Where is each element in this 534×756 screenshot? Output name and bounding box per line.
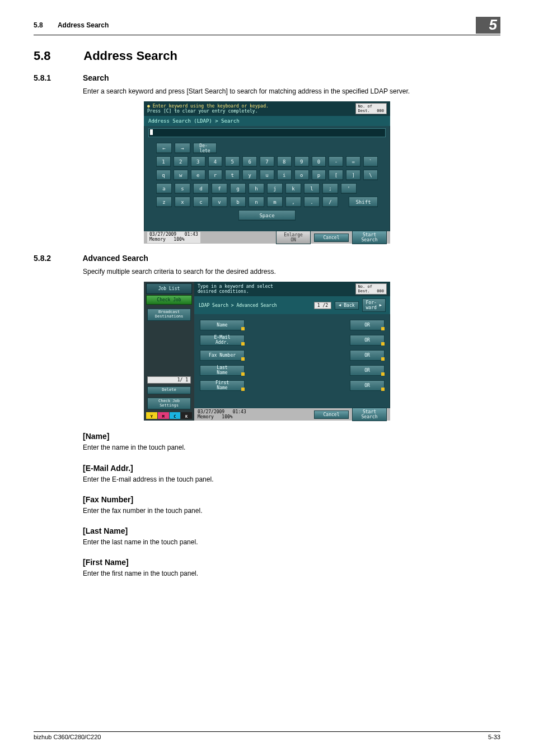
key-rbracket[interactable]: ] bbox=[346, 170, 360, 180]
key-7[interactable]: 7 bbox=[260, 156, 274, 167]
back-button[interactable]: Back bbox=[335, 301, 358, 310]
key-apostrophe[interactable]: ' bbox=[341, 183, 357, 194]
key-6[interactable]: 6 bbox=[242, 156, 257, 167]
key-q[interactable]: q bbox=[156, 170, 171, 180]
header-section-name: Address Search bbox=[58, 21, 109, 29]
shift-key[interactable]: Shift bbox=[349, 197, 378, 207]
delete-key[interactable]: De- lete bbox=[193, 143, 217, 153]
name-heading: [Name] bbox=[83, 432, 500, 441]
subsection-number: 5.8.2 bbox=[34, 254, 81, 263]
key-e[interactable]: e bbox=[191, 170, 205, 180]
forward-button[interactable]: For- ward bbox=[362, 298, 386, 312]
fax-condition-button[interactable]: OR bbox=[350, 350, 385, 361]
name-condition-button[interactable]: OR bbox=[350, 320, 385, 330]
firstname-condition-button[interactable]: OR bbox=[350, 380, 385, 391]
key-i[interactable]: i bbox=[277, 170, 292, 180]
key-8[interactable]: 8 bbox=[277, 156, 292, 167]
key-backtick[interactable]: ` bbox=[363, 156, 378, 167]
key-a[interactable]: a bbox=[156, 183, 172, 194]
key-d[interactable]: d bbox=[193, 183, 209, 194]
subsection-5-8-1-body: Enter a search keyword and press [Start … bbox=[83, 87, 500, 96]
key-2[interactable]: 2 bbox=[174, 156, 188, 167]
key-equals[interactable]: = bbox=[346, 156, 360, 167]
key-f[interactable]: f bbox=[212, 183, 227, 194]
key-semicolon[interactable]: ; bbox=[322, 183, 338, 194]
key-n[interactable]: n bbox=[249, 197, 264, 207]
key-j[interactable]: j bbox=[267, 183, 283, 194]
email-body: Enter the E-mail address in the touch pa… bbox=[83, 475, 500, 484]
firstname-field-button[interactable]: First Name bbox=[200, 380, 245, 391]
start-search-button[interactable]: Start Search bbox=[352, 231, 387, 244]
key-1[interactable]: 1 bbox=[156, 156, 171, 167]
name-field-button[interactable]: Name bbox=[200, 320, 245, 330]
firstname-heading: [First Name] bbox=[83, 558, 500, 567]
key-v[interactable]: v bbox=[212, 197, 227, 207]
cancel-button[interactable]: Cancel bbox=[314, 234, 349, 242]
cancel-button[interactable]: Cancel bbox=[314, 410, 349, 419]
shot2-bottom-bar: 03/27/2009 01:43 Memory 100% Cancel Star… bbox=[194, 408, 390, 421]
key-z[interactable]: z bbox=[156, 197, 172, 207]
fax-field-button[interactable]: Fax Number bbox=[200, 350, 245, 361]
key-5[interactable]: 5 bbox=[225, 156, 240, 167]
lastname-condition-button[interactable]: OR bbox=[350, 365, 385, 376]
subsection-5-8-2-body: Specify multiple search criteria to sear… bbox=[83, 267, 500, 276]
key-slash[interactable]: / bbox=[322, 197, 338, 207]
key-comma[interactable]: , bbox=[285, 197, 301, 207]
arrow-right-key[interactable]: → bbox=[175, 143, 190, 153]
shot2-left-column: Job List Check Job Broadcast Destination… bbox=[144, 282, 194, 421]
key-t[interactable]: t bbox=[225, 170, 240, 180]
key-backslash[interactable]: \ bbox=[363, 170, 378, 180]
start-search-button[interactable]: Start Search bbox=[352, 408, 387, 421]
lastname-field-button[interactable]: Last Name bbox=[200, 365, 245, 376]
key-minus[interactable]: - bbox=[329, 156, 343, 167]
key-0[interactable]: 0 bbox=[312, 156, 326, 167]
key-3[interactable]: 3 bbox=[191, 156, 205, 167]
key-s[interactable]: s bbox=[175, 183, 190, 194]
check-job-tab[interactable]: Check Job bbox=[146, 295, 192, 305]
toner-levels: Y M C K bbox=[146, 412, 192, 419]
shot2-breadcrumb-row: LDAP Search > Advanced Search 1 /2 Back … bbox=[194, 296, 390, 314]
broadcast-destinations-button[interactable]: Broadcast Destinations bbox=[147, 309, 191, 320]
section-name: Address Search bbox=[83, 49, 177, 63]
email-condition-button[interactable]: OR bbox=[350, 335, 385, 346]
key-b[interactable]: b bbox=[230, 197, 246, 207]
space-key[interactable]: Space bbox=[238, 210, 296, 221]
key-period[interactable]: . bbox=[304, 197, 320, 207]
key-4[interactable]: 4 bbox=[208, 156, 223, 167]
key-c[interactable]: c bbox=[193, 197, 209, 207]
job-list-tab[interactable]: Job List bbox=[146, 283, 192, 294]
key-h[interactable]: h bbox=[249, 183, 264, 194]
key-x[interactable]: x bbox=[175, 197, 190, 207]
key-g[interactable]: g bbox=[230, 183, 246, 194]
subsection-name: Advanced Search bbox=[82, 254, 148, 263]
key-u[interactable]: u bbox=[260, 170, 274, 180]
key-r[interactable]: r bbox=[208, 170, 223, 180]
key-w[interactable]: w bbox=[174, 170, 188, 180]
criteria-row-name: Name OR bbox=[200, 320, 385, 330]
enlarge-button[interactable]: Enlarge ON bbox=[276, 231, 311, 244]
toner-k-icon: K bbox=[181, 412, 192, 419]
check-job-settings-button[interactable]: Check Job Settings bbox=[147, 398, 191, 409]
key-o[interactable]: o bbox=[294, 170, 309, 180]
key-9[interactable]: 9 bbox=[294, 156, 309, 167]
subsection-5-8-1: 5.8.1 Search bbox=[34, 73, 500, 82]
key-p[interactable]: p bbox=[312, 170, 326, 180]
key-l[interactable]: l bbox=[304, 183, 320, 194]
criteria-row-email: E-Mail Addr. OR bbox=[200, 335, 385, 346]
key-k[interactable]: k bbox=[285, 183, 301, 194]
lastname-body: Enter the last name in the touch panel. bbox=[83, 538, 500, 547]
email-field-button[interactable]: E-Mail Addr. bbox=[200, 335, 245, 346]
key-row-zxcv: z x c v b n m , . / Shift bbox=[156, 197, 378, 207]
search-text-input[interactable] bbox=[148, 128, 386, 137]
key-m[interactable]: m bbox=[267, 197, 283, 207]
header-left: 5.8 Address Search bbox=[34, 21, 476, 29]
section-5-8-title: 5.8 Address Search bbox=[34, 49, 500, 63]
arrow-left-key[interactable]: ← bbox=[156, 143, 172, 153]
delete-button[interactable]: Delete bbox=[147, 386, 191, 394]
key-row-numbers: 1 2 3 4 5 6 7 8 9 0 - = ` bbox=[156, 156, 378, 167]
name-body: Enter the name in the touch panel. bbox=[83, 443, 500, 452]
toner-c-icon: C bbox=[170, 412, 181, 419]
section-number: 5.8 bbox=[34, 49, 81, 63]
key-y[interactable]: y bbox=[242, 170, 257, 180]
key-lbracket[interactable]: [ bbox=[329, 170, 343, 180]
